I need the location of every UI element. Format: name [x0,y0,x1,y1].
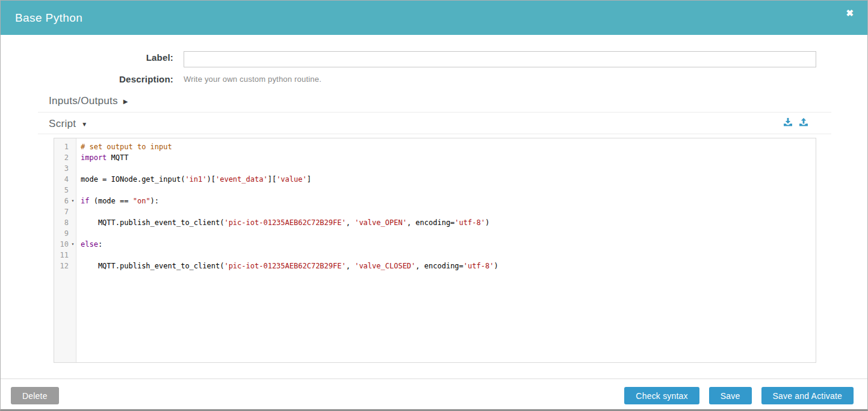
code-line[interactable]: 1# set output to input [54,141,816,152]
line-number: 10 [54,239,69,250]
fold-gutter-spacer [69,152,77,163]
code-line[interactable]: 7 [54,206,816,217]
code-text: MQTT.publish_event_to_client('pic-iot-01… [77,217,489,228]
line-number: 5 [54,185,69,196]
code-line[interactable]: 9 [54,228,816,239]
delete-button[interactable]: Delete [11,387,59,404]
footer-actions: Check syntax Save Save and Activate [624,387,854,404]
line-number: 3 [54,163,69,174]
script-code-editor[interactable]: 1# set output to input2import MQTT34mode… [54,138,816,363]
code-text: if (mode == "on"): [77,196,159,206]
chevron-down-icon: ▼ [81,120,87,128]
code-line[interactable]: 5 [54,185,816,196]
dialog-footer: Delete Check syntax Save Save and Activa… [1,379,867,411]
code-text: else: [77,239,102,250]
fold-gutter-spacer [69,261,77,271]
inputs-outputs-section-toggle[interactable]: Inputs/Outputs ▶ [49,95,128,107]
check-syntax-button[interactable]: Check syntax [624,387,699,404]
label-input[interactable] [184,51,816,67]
download-icon[interactable] [783,117,793,127]
line-number: 1 [54,141,69,152]
section-divider [38,134,831,134]
upload-icon[interactable] [799,117,808,127]
line-number: 2 [54,152,69,163]
code-text [77,185,81,196]
code-line[interactable]: 2import MQTT [54,152,816,163]
fold-gutter-spacer [69,185,77,196]
editor-lines: 1# set output to input2import MQTT34mode… [54,141,816,271]
line-number: 4 [54,174,69,185]
section-divider [38,112,831,113]
fold-gutter-spacer [69,228,77,239]
line-number: 7 [54,206,69,217]
fold-gutter-spacer [69,250,77,261]
code-line[interactable]: 12 MQTT.publish_event_to_client('pic-iot… [54,261,816,271]
code-text: MQTT.publish_event_to_client('pic-iot-01… [77,261,498,271]
save-button[interactable]: Save [709,387,752,404]
code-text [77,163,81,174]
code-text [77,228,81,239]
code-line[interactable]: 4mode = IONode.get_input('in1')['event_d… [54,174,816,185]
code-text: mode = IONode.get_input('in1')['event_da… [77,174,311,185]
line-number: 12 [54,261,69,271]
fold-arrow-icon[interactable]: ▾ [69,196,77,206]
dialog-header: Base Python ✖ [1,1,867,35]
save-and-activate-button[interactable]: Save and Activate [761,387,854,404]
label-field-label: Label: [61,52,173,63]
fold-arrow-icon[interactable]: ▾ [69,239,77,250]
close-icon[interactable]: ✖ [846,8,854,17]
script-file-actions [783,117,808,127]
code-line[interactable]: 8 MQTT.publish_event_to_client('pic-iot-… [54,217,816,228]
code-text [77,250,81,261]
line-number: 8 [54,217,69,228]
line-number: 6 [54,196,69,206]
script-label: Script [49,118,76,130]
inputs-outputs-label: Inputs/Outputs [49,95,118,107]
description-text: Write your own custom python routine. [184,75,321,84]
line-number: 9 [54,228,69,239]
line-number: 11 [54,250,69,261]
code-text: # set output to input [77,141,172,152]
description-label: Description: [61,74,173,84]
dialog-title: Base Python [15,11,82,25]
code-line[interactable]: 10▾else: [54,239,816,250]
code-line[interactable]: 3 [54,163,816,174]
chevron-right-icon: ▶ [123,97,128,105]
code-line[interactable]: 6▾if (mode == "on"): [54,196,816,206]
fold-gutter-spacer [69,174,77,185]
fold-gutter-spacer [69,217,77,228]
fold-gutter-spacer [69,206,77,217]
code-text [77,206,81,217]
code-text: import MQTT [77,152,128,163]
fold-gutter-spacer [69,163,77,174]
fold-gutter-spacer [69,141,77,152]
code-line[interactable]: 11 [54,250,816,261]
script-section-toggle[interactable]: Script ▼ [49,118,87,130]
base-python-dialog: Base Python ✖ Label: Description: Write … [0,0,868,411]
